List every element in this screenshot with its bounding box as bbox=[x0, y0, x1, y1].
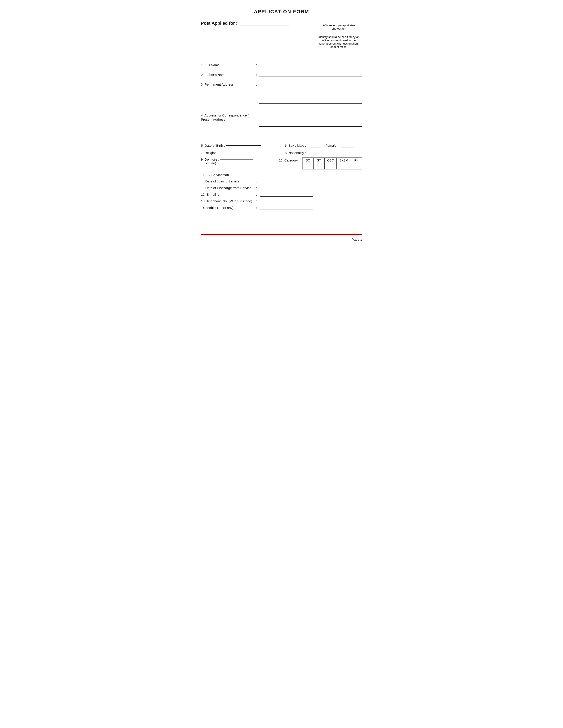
category-table: SC ST OBC EXSM PH bbox=[302, 158, 362, 169]
category-obc-cell[interactable] bbox=[324, 163, 337, 169]
fathers-name-colon: : bbox=[256, 72, 257, 77]
nationality-input[interactable] bbox=[308, 150, 362, 155]
nationality-label: 8. Nationality : bbox=[285, 151, 306, 155]
sex-female-box[interactable] bbox=[341, 143, 354, 148]
domicile-sublabel: (State) bbox=[206, 161, 272, 165]
telephone-label: 13. Telephone No. (With Std Code) bbox=[201, 199, 256, 203]
post-applied-label: Post Applied for : bbox=[201, 21, 237, 26]
domicile-label: 9. Domicile : bbox=[201, 158, 219, 161]
correspondence-address-line2[interactable] bbox=[259, 122, 362, 127]
category-ph-cell[interactable] bbox=[351, 163, 362, 169]
full-name-label: 1. Full Name bbox=[201, 63, 256, 67]
mobile-input[interactable] bbox=[259, 205, 313, 210]
discharge-service-colon: : bbox=[256, 186, 257, 190]
discharge-service-input[interactable] bbox=[259, 186, 313, 190]
full-name-input[interactable] bbox=[259, 63, 362, 67]
photo-bottom-text: Identity should be certified by an offic… bbox=[316, 33, 362, 51]
email-colon: : bbox=[256, 193, 257, 196]
sex-male-box[interactable] bbox=[309, 143, 322, 148]
correspondence-address-colon: : bbox=[256, 114, 257, 118]
mobile-label: 14. Mobile No. (If any) bbox=[201, 206, 256, 210]
permanent-address-line2[interactable] bbox=[259, 91, 362, 95]
joining-service-label: Date of Joining Service bbox=[205, 179, 256, 183]
dob-label: 5. Date of Birth : bbox=[201, 144, 225, 147]
photo-top-text: Affix recent passport size photograph bbox=[316, 21, 362, 33]
full-name-colon: : bbox=[256, 63, 257, 67]
category-st-cell[interactable] bbox=[313, 163, 324, 169]
permanent-address-colon: : bbox=[256, 82, 257, 86]
sex-label: 6. Sex : Male : bbox=[285, 144, 306, 147]
religion-label: 7. Religion : bbox=[201, 151, 218, 155]
page-number: Page 1 bbox=[352, 238, 362, 241]
permanent-address-line3[interactable] bbox=[259, 99, 362, 104]
fathers-name-input[interactable] bbox=[259, 72, 362, 77]
permanent-address-line1[interactable] bbox=[259, 83, 362, 87]
discharge-service-label: Date of Discharge from Service bbox=[205, 186, 256, 190]
sex-female-label: Female : bbox=[326, 144, 338, 147]
email-label: 12. E-mail id bbox=[201, 193, 256, 196]
fathers-name-label: 2. Father’s Name bbox=[201, 72, 256, 77]
dob-input[interactable] bbox=[226, 145, 261, 146]
telephone-colon: : bbox=[256, 199, 257, 203]
ex-serviceman-label: 11. Ex-Serviceman bbox=[201, 173, 229, 177]
telephone-input[interactable] bbox=[259, 199, 313, 203]
joining-service-colon: : bbox=[256, 179, 257, 183]
mobile-colon: : bbox=[256, 206, 257, 210]
religion-input[interactable] bbox=[219, 153, 252, 153]
correspondence-address-label: 4. Address for Correspondence / Present … bbox=[201, 113, 256, 121]
category-ph: PH bbox=[351, 158, 362, 163]
category-sc: SC bbox=[302, 158, 313, 163]
page-title: APPLICATION FORM bbox=[201, 9, 362, 15]
correspondence-address-line3[interactable] bbox=[259, 131, 362, 135]
photo-box: Affix recent passport size photograph Id… bbox=[316, 21, 362, 56]
bottom-bar: Page 1 bbox=[201, 234, 362, 241]
category-exsm-cell[interactable] bbox=[337, 163, 351, 169]
correspondence-address-line1[interactable] bbox=[259, 114, 362, 118]
category-sc-cell[interactable] bbox=[302, 163, 313, 169]
category-st: ST bbox=[313, 158, 324, 163]
joining-service-input[interactable] bbox=[259, 179, 313, 183]
email-input[interactable] bbox=[259, 192, 313, 197]
category-exsm: EXSM bbox=[337, 158, 351, 163]
permanent-address-label: 3. Permanent Address bbox=[201, 82, 256, 86]
category-obc: OBC bbox=[324, 158, 337, 163]
category-label: 10. Category: bbox=[279, 158, 299, 162]
